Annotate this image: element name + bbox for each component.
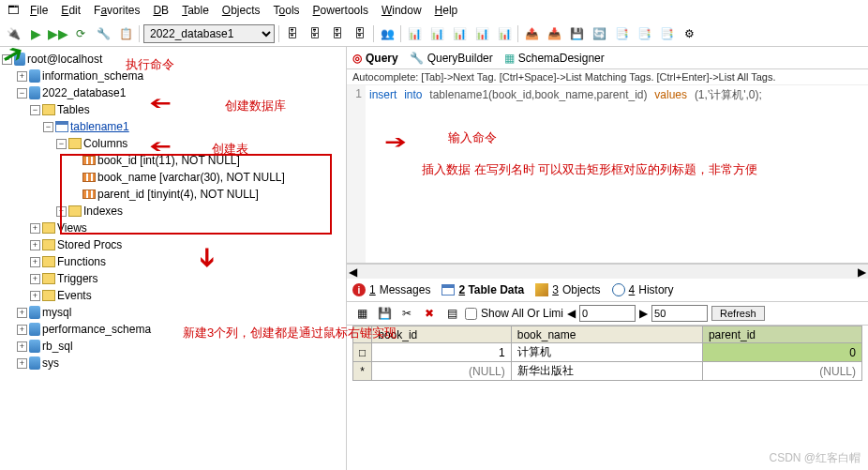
tree-sys[interactable]: +sys bbox=[2, 355, 344, 371]
next-page-icon[interactable]: ▶ bbox=[639, 307, 648, 320]
menu-objects[interactable]: Objects bbox=[217, 2, 266, 19]
misc-icon-3[interactable]: 📑 bbox=[657, 24, 676, 43]
folder-icon bbox=[68, 205, 82, 217]
db-copy-icon[interactable]: 🗄 bbox=[351, 24, 369, 43]
table-copy-icon[interactable]: 📊 bbox=[495, 24, 514, 43]
cell-parentid[interactable]: 0 bbox=[702, 343, 861, 362]
col-parentid[interactable]: parent_id bbox=[702, 326, 861, 343]
cell-bookname[interactable]: 新华出版社 bbox=[511, 362, 702, 381]
execute-all-icon[interactable]: ▶▶ bbox=[49, 24, 67, 43]
object-browser: −root@localhost +information_schema −202… bbox=[0, 47, 347, 470]
main-toolbar: 🔌 ▶ ▶▶ ⟳ 🔧 📋 2022_database1 🗄 🗄 🗄 🗄 👥 📊 … bbox=[0, 21, 868, 47]
tree-events[interactable]: +Events bbox=[2, 287, 344, 304]
line-gutter: 1 bbox=[347, 85, 366, 263]
tree-tables[interactable]: −Tables bbox=[2, 101, 344, 118]
cell-bookid[interactable]: (NULL) bbox=[372, 362, 511, 381]
menu-powertools[interactable]: Powertools bbox=[307, 2, 374, 19]
tool-icon-2[interactable]: 📋 bbox=[116, 24, 135, 43]
filter-icon[interactable]: ▤ bbox=[442, 304, 461, 323]
tree-stored-procs[interactable]: +Stored Procs bbox=[2, 236, 344, 253]
menu-help[interactable]: Help bbox=[429, 2, 464, 19]
delete-icon[interactable]: ✖ bbox=[420, 304, 439, 323]
db-tool-icon[interactable]: 🗄 bbox=[328, 24, 347, 43]
row-marker[interactable]: □ bbox=[353, 343, 372, 362]
tree-col-parentid[interactable]: parent_id [tinyint(4), NOT NULL] bbox=[2, 186, 344, 203]
cube-icon bbox=[535, 283, 548, 296]
refresh-icon[interactable]: ⟳ bbox=[71, 24, 90, 43]
save-icon[interactable]: 💾 bbox=[375, 304, 394, 323]
note-input: 输入命令 bbox=[448, 129, 497, 146]
rtab-tabledata[interactable]: 2 Table Data bbox=[441, 283, 524, 296]
tab-querybuilder[interactable]: 🔧QueryBuilder bbox=[410, 52, 493, 65]
settings-icon[interactable]: ⚙ bbox=[680, 24, 698, 43]
prev-page-icon[interactable]: ◀ bbox=[567, 307, 576, 320]
table-row[interactable]: □ 1 计算机 0 bbox=[353, 343, 862, 362]
cell-bookname[interactable]: 计算机 bbox=[511, 343, 702, 362]
right-panel: ◎Query 🔧QueryBuilder ▦SchemaDesigner Aut… bbox=[347, 47, 868, 470]
refresh-button[interactable]: Refresh bbox=[711, 306, 765, 321]
data-toolbar: ▦ 💾 ✂ ✖ ▤ Show All Or Limi ◀ ▶ Refresh bbox=[347, 301, 868, 326]
tree-mysql[interactable]: +mysql bbox=[2, 304, 344, 321]
db-icon[interactable]: 🗄 bbox=[283, 24, 302, 43]
table-row[interactable]: * (NULL) 新华出版社 (NULL) bbox=[353, 362, 862, 381]
app-icon: 🗔 bbox=[4, 1, 22, 20]
limit-from-input[interactable] bbox=[579, 305, 636, 322]
col-bookname[interactable]: book_name bbox=[511, 326, 702, 343]
table-tool-icon[interactable]: 📊 bbox=[472, 24, 491, 43]
database-icon bbox=[29, 86, 40, 99]
execute-query-icon[interactable]: ▶ bbox=[26, 24, 45, 43]
tree-functions[interactable]: +Functions bbox=[2, 253, 344, 270]
menu-favorites[interactable]: Favorites bbox=[88, 2, 145, 19]
table-new-icon[interactable]: 📊 bbox=[405, 24, 424, 43]
tab-schemadesigner[interactable]: ▦SchemaDesigner bbox=[504, 52, 605, 65]
sync-icon[interactable]: 🔄 bbox=[590, 24, 608, 43]
limit-to-input[interactable] bbox=[651, 305, 708, 322]
tool-icon-1[interactable]: 🔧 bbox=[94, 24, 112, 43]
arrow-input: ➔ bbox=[384, 131, 406, 153]
rtab-messages[interactable]: i1 Messages bbox=[352, 283, 430, 296]
folder-icon bbox=[42, 104, 55, 115]
tree-col-bookname[interactable]: book_name [varchar(30), NOT NULL] bbox=[2, 169, 344, 186]
import-icon[interactable]: 📥 bbox=[545, 24, 563, 43]
misc-icon-1[interactable]: 📑 bbox=[612, 24, 631, 43]
menu-edit[interactable]: Edit bbox=[55, 2, 86, 19]
editor-scrollbar[interactable]: ◀▶ bbox=[347, 264, 868, 279]
cell-bookid[interactable]: 1 bbox=[372, 343, 511, 362]
rtab-objects[interactable]: 3 Objects bbox=[535, 283, 600, 296]
db-add-icon[interactable]: 🗄 bbox=[306, 24, 324, 43]
tree-2022-database1[interactable]: −2022_database1 bbox=[2, 84, 344, 101]
export-icon[interactable]: 📤 bbox=[522, 24, 541, 43]
note-newcols: 新建3个列，创建都是通过鼠标右键实现 bbox=[183, 325, 397, 341]
table-icon bbox=[55, 121, 68, 132]
cut-icon[interactable]: ✂ bbox=[397, 304, 416, 323]
tree-indexes[interactable]: +Indexes bbox=[2, 203, 344, 220]
menu-db[interactable]: DB bbox=[147, 2, 174, 19]
backup-icon[interactable]: 💾 bbox=[567, 24, 586, 43]
tree-views[interactable]: +Views bbox=[2, 220, 344, 236]
showall-checkbox[interactable] bbox=[465, 308, 477, 320]
rtab-history[interactable]: 4 History bbox=[612, 283, 674, 296]
user-icon[interactable]: 👥 bbox=[378, 24, 397, 43]
result-grid[interactable]: book_id book_name parent_id □ 1 计算机 0 * … bbox=[352, 326, 862, 381]
tree-col-bookid[interactable]: book_id [int(11), NOT NULL] bbox=[2, 152, 344, 169]
database-icon bbox=[29, 306, 40, 319]
separator bbox=[517, 25, 518, 42]
tree-columns[interactable]: −Columns bbox=[2, 135, 344, 152]
tree-triggers[interactable]: +Triggers bbox=[2, 270, 344, 287]
result-tabs: i1 Messages 2 Table Data 3 Objects 4 His… bbox=[347, 279, 868, 301]
table-edit-icon[interactable]: 📊 bbox=[427, 24, 446, 43]
menu-tools[interactable]: Tools bbox=[268, 2, 306, 19]
folder-icon bbox=[68, 138, 82, 149]
database-selector[interactable]: 2022_database1 bbox=[143, 24, 275, 43]
menu-file[interactable]: FFileile bbox=[24, 2, 53, 19]
grid-icon[interactable]: ▦ bbox=[352, 304, 371, 323]
row-marker[interactable]: * bbox=[353, 362, 372, 381]
tab-query[interactable]: ◎Query bbox=[352, 52, 398, 65]
column-icon bbox=[82, 173, 96, 182]
table-del-icon[interactable]: 📊 bbox=[450, 24, 469, 43]
misc-icon-2[interactable]: 📑 bbox=[635, 24, 653, 43]
cell-parentid[interactable]: (NULL) bbox=[702, 362, 861, 381]
menu-table[interactable]: Table bbox=[176, 2, 215, 19]
tree-tablename1[interactable]: −tablename1 bbox=[2, 118, 344, 135]
menu-window[interactable]: Window bbox=[376, 2, 427, 19]
